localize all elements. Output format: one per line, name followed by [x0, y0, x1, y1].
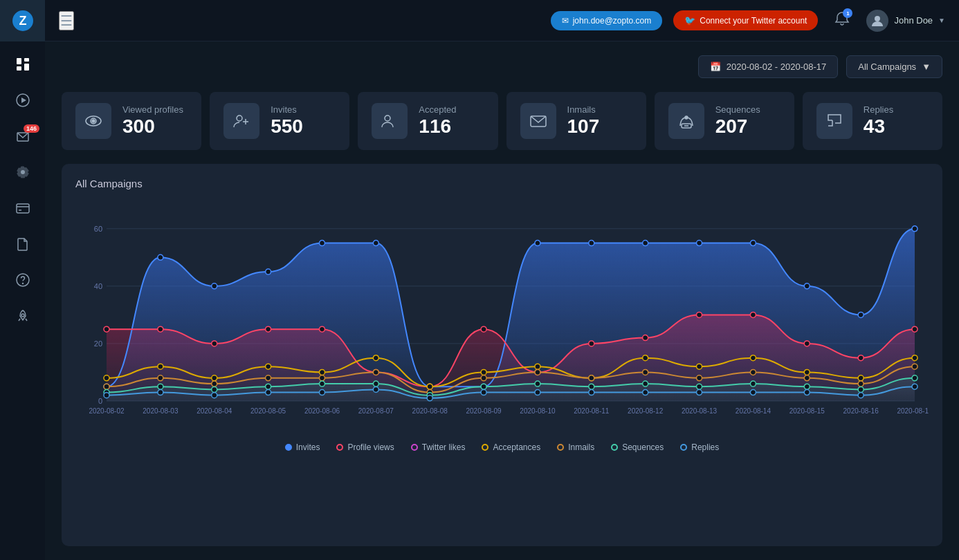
stat-card-accepted: Accepted 116	[358, 92, 497, 150]
sidebar-nav: 146	[0, 48, 45, 333]
svg-point-22	[385, 115, 390, 121]
user-menu[interactable]: John Doe ▼	[866, 10, 945, 32]
sequences-label: Sequences	[715, 104, 760, 115]
chart-legend: Invites Profile views Twitter likes Acce…	[75, 442, 929, 452]
sidebar-item-settings[interactable]	[0, 156, 45, 189]
legend-dot-profile-views	[336, 444, 343, 451]
chart-title: All Campaigns	[75, 178, 929, 189]
legend-acceptances: Acceptances	[482, 442, 540, 452]
rocket-icon	[16, 309, 30, 325]
viewed-profiles-info: Viewed profiles 300	[122, 104, 183, 138]
legend-dot-inmails	[557, 444, 564, 451]
sequences-icon-box	[668, 103, 704, 139]
stat-card-replies: Replies 43	[803, 92, 942, 150]
main-chart	[75, 200, 929, 436]
svg-rect-4	[17, 66, 21, 71]
stat-card-invites: Invites 550	[210, 92, 349, 150]
viewed-profiles-value: 300	[122, 116, 183, 138]
invites-value: 550	[271, 116, 303, 138]
twitter-connect-button[interactable]: 🐦 Connect your Twitter account	[673, 10, 818, 30]
daterange-button[interactable]: 📅 2020-08-02 - 2020-08-17	[698, 55, 839, 78]
legend-dot-twitter-likes	[411, 444, 418, 451]
replies-info: Replies 43	[864, 104, 893, 138]
user-dropdown-icon: ▼	[938, 17, 945, 24]
legend-twitter-likes: Twitter likes	[411, 442, 466, 452]
campaigns-dropdown-button[interactable]: All Campaigns ▼	[846, 55, 942, 78]
viewed-profiles-icon-box	[75, 103, 111, 139]
svg-point-13	[22, 283, 23, 283]
avatar	[866, 10, 888, 32]
svg-rect-9	[17, 204, 29, 213]
invites-label: Invites	[271, 104, 303, 115]
inmails-value: 107	[567, 116, 600, 138]
accepted-label: Accepted	[419, 104, 456, 115]
stat-card-viewed-profiles: Viewed profiles 300	[62, 92, 201, 150]
legend-invites: Invites	[285, 442, 320, 452]
legend-sequences: Sequences	[611, 442, 664, 452]
replies-value: 43	[864, 116, 893, 138]
chart-wrapper	[75, 200, 929, 436]
page-content: 📅 2020-08-02 - 2020-08-17 All Campaigns …	[45, 41, 959, 560]
legend-dot-replies	[680, 444, 687, 451]
legend-dot-sequences	[611, 444, 618, 451]
svg-point-19	[237, 115, 242, 121]
accepted-info: Accepted 116	[419, 104, 456, 138]
svg-rect-5	[24, 64, 29, 71]
svg-point-24	[685, 116, 688, 119]
calendar-icon: 📅	[710, 62, 721, 72]
email-badge: 146	[24, 124, 39, 133]
legend-replies: Replies	[680, 442, 719, 452]
chart-container: All Campaigns Invites Profile views Twit…	[62, 164, 942, 546]
sidebar-item-billing[interactable]	[0, 192, 45, 225]
invites-info: Invites 550	[271, 104, 303, 138]
accepted-value: 116	[419, 116, 456, 138]
sidebar-item-play[interactable]	[0, 84, 45, 118]
gear-icon	[16, 165, 30, 181]
sidebar-item-help[interactable]	[0, 264, 45, 297]
inmails-icon-box	[520, 103, 556, 139]
legend-dot-invites	[285, 444, 292, 451]
sequences-info: Sequences 207	[715, 104, 760, 138]
sidebar-item-dashboard[interactable]	[0, 48, 45, 82]
inmails-label: Inmails	[567, 104, 600, 115]
svg-rect-2	[17, 58, 21, 64]
notification-bell[interactable]: 1	[834, 11, 850, 30]
date-row: 📅 2020-08-02 - 2020-08-17 All Campaigns …	[62, 55, 942, 78]
svg-point-14	[21, 314, 24, 317]
invites-icon-box	[223, 103, 259, 139]
sequences-value: 207	[715, 116, 760, 138]
stat-card-inmails: Inmails 107	[506, 92, 646, 150]
svg-point-15	[875, 16, 880, 21]
user-name: John Doe	[894, 15, 933, 26]
document-icon	[16, 237, 30, 253]
email-account-button[interactable]: ✉ john.doe@zopto.com	[551, 11, 663, 30]
play-icon	[16, 93, 30, 109]
dashboard-icon	[16, 57, 30, 73]
accepted-icon-box	[372, 103, 408, 139]
email-icon-small: ✉	[562, 16, 569, 26]
svg-marker-7	[21, 97, 26, 103]
sidebar-item-document[interactable]	[0, 228, 45, 261]
menu-button[interactable]: ☰	[59, 11, 74, 30]
svg-rect-3	[24, 58, 29, 62]
billing-icon	[16, 201, 30, 217]
dropdown-chevron-icon: ▼	[922, 62, 931, 72]
logo[interactable]: Z	[0, 0, 45, 41]
main-content: ☰ ✉ john.doe@zopto.com 🐦 Connect your Tw…	[45, 0, 959, 560]
topbar: ☰ ✉ john.doe@zopto.com 🐦 Connect your Tw…	[45, 0, 959, 41]
legend-dot-acceptances	[482, 444, 488, 451]
sidebar: Z	[0, 0, 45, 560]
viewed-profiles-label: Viewed profiles	[122, 104, 183, 115]
sidebar-item-rocket[interactable]	[0, 300, 45, 333]
replies-label: Replies	[864, 104, 893, 115]
stat-card-sequences: Sequences 207	[655, 92, 794, 150]
help-icon	[16, 273, 30, 289]
stats-row: Viewed profiles 300 Invites 550	[62, 92, 942, 150]
svg-text:Z: Z	[19, 14, 26, 28]
notification-badge: 1	[843, 8, 852, 18]
twitter-icon: 🐦	[684, 15, 695, 26]
svg-point-18	[92, 120, 95, 122]
sidebar-item-email[interactable]: 146	[0, 120, 45, 153]
legend-inmails: Inmails	[557, 442, 594, 452]
inmails-info: Inmails 107	[567, 104, 600, 138]
